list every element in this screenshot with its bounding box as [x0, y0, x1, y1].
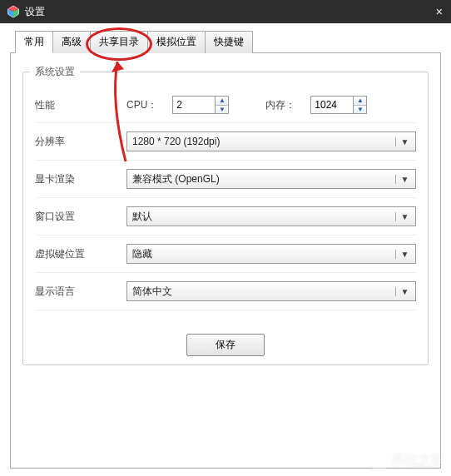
memory-input[interactable]: [311, 97, 353, 113]
chevron-up-icon[interactable]: ▲: [354, 97, 366, 105]
window-title: 设置: [25, 5, 45, 19]
close-icon[interactable]: ×: [436, 5, 443, 18]
row-virtual-key-pos: 虚拟键位置 隐藏 ▼: [35, 236, 416, 273]
select-gpu-value: 兼容模式 (OpenGL): [132, 172, 395, 186]
chevron-down-icon[interactable]: ▼: [354, 105, 366, 114]
label-gpu-render: 显卡渲染: [35, 172, 126, 186]
tab-mock-location[interactable]: 模拟位置: [147, 31, 206, 53]
memory-spin[interactable]: ▲▼: [353, 97, 366, 113]
label-display-language: 显示语言: [35, 285, 126, 299]
content-area: 常用 高级 共享目录 模拟位置 快捷键 系统设置 性能 CPU： ▲▼ 内存：: [0, 23, 451, 476]
titlebar: 设置 ×: [0, 0, 451, 23]
cpu-spin[interactable]: ▲▼: [215, 97, 228, 113]
tab-shortcuts[interactable]: 快捷键: [205, 31, 253, 53]
chevron-down-icon: ▼: [395, 250, 410, 259]
label-memory: 内存：: [265, 98, 295, 112]
chevron-down-icon[interactable]: ▼: [216, 105, 228, 114]
panel: 系统设置 性能 CPU： ▲▼ 内存： ▲▼: [10, 52, 441, 469]
label-cpu: CPU：: [126, 98, 157, 112]
select-lang-value: 简体中文: [132, 285, 395, 299]
chevron-up-icon[interactable]: ▲: [216, 97, 228, 105]
tabs: 常用 高级 共享目录 模拟位置 快捷键: [15, 30, 441, 52]
save-button[interactable]: 保存: [186, 334, 265, 356]
group-title: 系统设置: [30, 65, 80, 79]
tab-common[interactable]: 常用: [15, 31, 53, 53]
select-virtual-key-pos[interactable]: 隐藏 ▼: [126, 244, 416, 264]
select-gpu-render[interactable]: 兼容模式 (OpenGL) ▼: [126, 169, 416, 189]
row-gpu-render: 显卡渲染 兼容模式 (OpenGL) ▼: [35, 161, 416, 198]
select-window-setting[interactable]: 默认 ▼: [126, 206, 416, 226]
chevron-down-icon: ▼: [395, 137, 410, 146]
select-window-value: 默认: [132, 210, 395, 224]
group-system-settings: 系统设置 性能 CPU： ▲▼ 内存： ▲▼: [22, 72, 429, 365]
chevron-down-icon: ▼: [395, 212, 410, 221]
select-resolution[interactable]: 1280 * 720 (192dpi) ▼: [126, 131, 416, 151]
cpu-input[interactable]: [173, 97, 215, 113]
label-resolution: 分辨率: [35, 135, 126, 149]
app-logo-icon: [7, 5, 20, 18]
label-virtual-key-pos: 虚拟键位置: [35, 247, 126, 261]
row-window-setting: 窗口设置 默认 ▼: [35, 198, 416, 236]
chevron-down-icon: ▼: [395, 287, 410, 296]
select-display-language[interactable]: 简体中文 ▼: [126, 281, 416, 301]
label-window-setting: 窗口设置: [35, 210, 126, 224]
save-row: 保存: [35, 334, 416, 356]
row-resolution: 分辨率 1280 * 720 (192dpi) ▼: [35, 123, 416, 161]
row-performance: 性能 CPU： ▲▼ 内存： ▲▼: [35, 87, 416, 123]
cpu-stepper[interactable]: ▲▼: [172, 96, 229, 114]
field-performance: CPU： ▲▼ 内存： ▲▼: [126, 96, 416, 114]
select-resolution-value: 1280 * 720 (192dpi): [132, 136, 395, 147]
select-vkb-value: 隐藏: [132, 247, 395, 261]
label-performance: 性能: [35, 98, 126, 112]
tab-shared-dir[interactable]: 共享目录: [90, 31, 148, 53]
row-display-language: 显示语言 简体中文 ▼: [35, 273, 416, 310]
tab-advanced[interactable]: 高级: [52, 31, 91, 53]
memory-stepper[interactable]: ▲▼: [310, 96, 367, 114]
chevron-down-icon: ▼: [395, 175, 410, 184]
